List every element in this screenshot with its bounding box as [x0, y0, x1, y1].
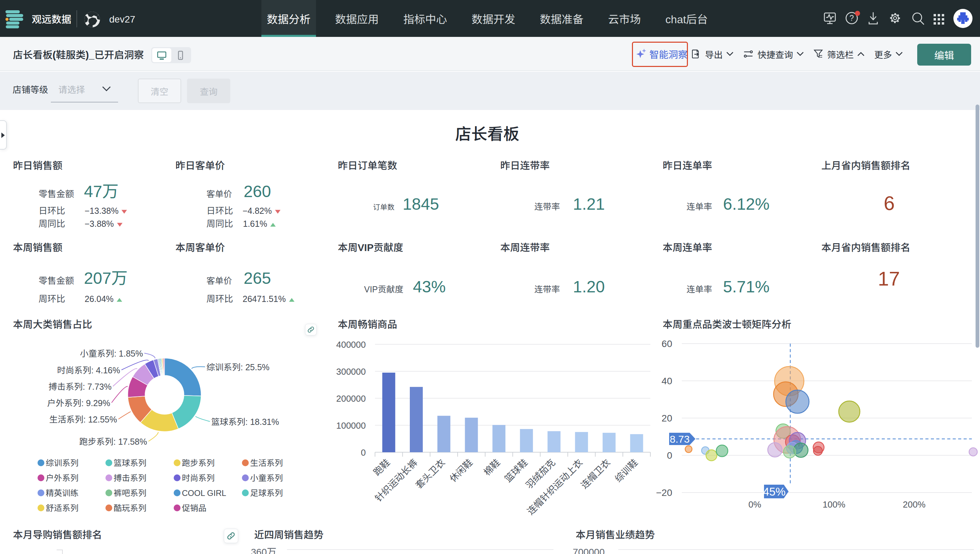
svg-text:套头卫衣: 套头卫衣 — [412, 456, 448, 491]
svg-text:时尚系列: 4.16%: 时尚系列: 4.16% — [57, 363, 120, 376]
svg-text:综训系列: 25.5%: 综训系列: 25.5% — [207, 360, 270, 373]
svg-text:促销品: 促销品 — [182, 501, 207, 513]
svg-text:40: 40 — [662, 373, 672, 387]
svg-text:酷玩系列: 酷玩系列 — [114, 501, 146, 513]
svg-text:精英训练: 精英训练 — [46, 486, 78, 498]
svg-text:生活系列: 生活系列 — [250, 456, 283, 468]
svg-text:休闲鞋: 休闲鞋 — [446, 456, 475, 485]
svg-text:棉鞋: 棉鞋 — [480, 456, 503, 478]
svg-text:COOL GIRL: COOL GIRL — [182, 486, 226, 498]
svg-text:−20: −20 — [656, 485, 673, 499]
svg-text:8.73: 8.73 — [670, 431, 690, 446]
svg-text:搏击系列: 7.73%: 搏击系列: 7.73% — [48, 380, 111, 392]
svg-text:0: 0 — [361, 445, 366, 458]
svg-text:综训系列: 综训系列 — [46, 456, 78, 468]
svg-text:小童系列: 1.85%: 小童系列: 1.85% — [80, 346, 143, 359]
svg-text:200000: 200000 — [336, 391, 366, 404]
svg-text:搏击系列: 搏击系列 — [114, 471, 146, 483]
svg-text:跑步系列: 跑步系列 — [182, 456, 215, 468]
svg-text:400000: 400000 — [336, 337, 366, 350]
svg-text:综训鞋: 综训鞋 — [611, 456, 641, 485]
svg-text:户外系列: 9.29%: 户外系列: 9.29% — [47, 396, 110, 409]
svg-text:小童系列: 小童系列 — [250, 471, 283, 483]
svg-text:舒适系列: 舒适系列 — [46, 501, 78, 513]
svg-text:户外系列: 户外系列 — [46, 471, 78, 483]
svg-text:生活系列: 12.55%: 生活系列: 12.55% — [49, 413, 117, 425]
svg-text:足球系列: 足球系列 — [250, 486, 283, 498]
svg-text:裤吧系列: 裤吧系列 — [114, 486, 146, 498]
svg-text:0: 0 — [667, 448, 672, 461]
svg-text:300000: 300000 — [336, 364, 366, 377]
svg-text:连帽卫衣: 连帽卫衣 — [578, 456, 613, 491]
svg-text:45%: 45% — [763, 483, 786, 499]
svg-text:100000: 100000 — [336, 418, 366, 431]
svg-text:0%: 0% — [748, 497, 761, 510]
svg-text:60: 60 — [662, 336, 672, 350]
svg-text:跑步系列: 17.58%: 跑步系列: 17.58% — [79, 435, 147, 447]
svg-text:20: 20 — [662, 410, 672, 424]
svg-text:时尚系列: 时尚系列 — [182, 471, 215, 483]
svg-text:100%: 100% — [823, 497, 846, 510]
svg-text:200%: 200% — [903, 497, 926, 510]
svg-text:篮球系列: 篮球系列 — [114, 456, 146, 468]
svg-text:跑鞋: 跑鞋 — [370, 456, 392, 478]
svg-text:篮球系列: 18.31%: 篮球系列: 18.31% — [211, 415, 279, 427]
